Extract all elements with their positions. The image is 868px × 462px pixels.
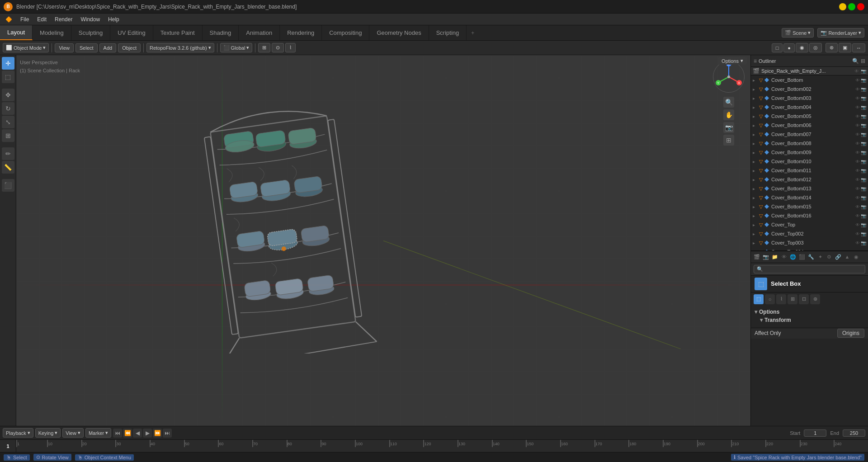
visibility-eye-icon[interactable]: 👁 bbox=[855, 222, 860, 227]
end-frame-input[interactable] bbox=[843, 429, 865, 437]
proportional-edit-button[interactable]: ⊙ bbox=[272, 43, 284, 52]
camera-button[interactable]: 📷 bbox=[723, 122, 734, 133]
minimize-button[interactable] bbox=[839, 3, 846, 10]
outliner-item[interactable]: ▸ ▽ Cover_Bottom013 👁 📷 bbox=[751, 184, 868, 193]
prop-physics-icon[interactable]: ⚙ bbox=[825, 253, 833, 261]
visibility-eye-icon[interactable]: 👁 bbox=[855, 159, 860, 164]
overlays-button[interactable]: ⊛ bbox=[826, 43, 838, 52]
visibility-camera-icon[interactable]: 📷 bbox=[861, 231, 866, 236]
outliner-item[interactable]: ▸ ▽ Cover_Bottom009 👁 📷 bbox=[751, 148, 868, 157]
tab-shading[interactable]: Shading bbox=[203, 25, 239, 40]
visibility-camera-icon[interactable]: 📷 bbox=[861, 168, 866, 173]
select-circle-btn[interactable]: ○ bbox=[765, 294, 775, 304]
prop-output-icon[interactable]: 📁 bbox=[771, 253, 779, 261]
select-all-btn[interactable]: ⊞ bbox=[788, 294, 797, 304]
visibility-camera-icon[interactable]: 📷 bbox=[861, 114, 866, 119]
object-mode-dropdown[interactable]: ⬜ Object Mode ▾ bbox=[3, 43, 49, 52]
visibility-camera-icon[interactable]: 📷 bbox=[861, 132, 866, 137]
ortho-button[interactable]: ⊞ bbox=[723, 135, 734, 146]
prop-world-icon[interactable]: 🌐 bbox=[789, 253, 797, 261]
maximize-button[interactable] bbox=[848, 3, 855, 10]
start-frame-input[interactable] bbox=[804, 429, 826, 437]
tab-animation[interactable]: Animation bbox=[239, 25, 280, 40]
visibility-camera-icon[interactable]: 📷 bbox=[861, 159, 866, 164]
prop-scene-icon[interactable]: 🎬 bbox=[753, 253, 761, 261]
scene-vis-cam[interactable]: 📷 bbox=[861, 69, 866, 74]
proportional-falloff-button[interactable]: ⌇ bbox=[285, 43, 296, 52]
visibility-camera-icon[interactable]: 📷 bbox=[861, 105, 866, 110]
menu-render[interactable]: Render bbox=[51, 15, 76, 24]
render-layer-selector[interactable]: 📷 RenderLayer ▾ bbox=[817, 28, 864, 38]
tab-texture-paint[interactable]: Texture Paint bbox=[153, 25, 203, 40]
outliner-item[interactable]: ▸ ▽ Cover_Bottom015 👁 📷 bbox=[751, 202, 868, 211]
menu-window[interactable]: Window bbox=[77, 15, 104, 24]
add-menu-button[interactable]: Add bbox=[99, 43, 117, 52]
jump-start-button[interactable]: ⏮ bbox=[113, 429, 122, 438]
visibility-eye-icon[interactable]: 👁 bbox=[855, 195, 860, 200]
menu-blender[interactable]: 🔶 bbox=[2, 15, 16, 24]
move-tool[interactable]: ✥ bbox=[2, 89, 14, 101]
visibility-eye-icon[interactable]: 👁 bbox=[855, 213, 860, 218]
tab-scripting[interactable]: Scripting bbox=[429, 25, 467, 40]
visibility-eye-icon[interactable]: 👁 bbox=[855, 141, 860, 146]
visibility-camera-icon[interactable]: 📷 bbox=[861, 87, 866, 92]
add-workspace-button[interactable]: + bbox=[467, 25, 479, 40]
visibility-eye-icon[interactable]: 👁 bbox=[855, 177, 860, 182]
outliner-item[interactable]: ▸ ▽ Cover_Bottom006 👁 📷 bbox=[751, 121, 868, 130]
wireframe-shading-button[interactable]: □ bbox=[772, 43, 783, 52]
gizmo-button[interactable]: ↔ bbox=[852, 43, 865, 52]
outliner-item[interactable]: ▸ ▽ Cover_Bottom005 👁 📷 bbox=[751, 112, 868, 121]
step-back-button[interactable]: ⏪ bbox=[123, 429, 132, 438]
visibility-camera-icon[interactable]: 📷 bbox=[861, 150, 866, 155]
outliner-item[interactable]: ▸ ▽ Cover_Bottom004 👁 📷 bbox=[751, 103, 868, 112]
view-menu-button[interactable]: View bbox=[55, 43, 74, 52]
outliner-filter-icon[interactable]: ⊞ bbox=[861, 58, 865, 64]
outliner-item[interactable]: ▸ ▽ Cover_Bottom012 👁 📷 bbox=[751, 175, 868, 184]
visibility-eye-icon[interactable]: 👁 bbox=[855, 231, 860, 236]
transform-tool[interactable]: ⊞ bbox=[2, 129, 14, 142]
select-box-btn[interactable]: ⬚ bbox=[754, 294, 764, 304]
menu-file[interactable]: File bbox=[17, 15, 33, 24]
visibility-camera-icon[interactable]: 📷 bbox=[861, 186, 866, 191]
transform-expand-icon[interactable]: ▾ bbox=[760, 317, 763, 323]
outliner-item[interactable]: ▸ ▽ Cover_Bottom010 👁 📷 bbox=[751, 157, 868, 166]
outliner-item[interactable]: ▸ ▽ Cover_Top 👁 📷 bbox=[751, 220, 868, 229]
scale-tool[interactable]: ⤡ bbox=[2, 116, 14, 128]
cursor-tool[interactable]: ✛ bbox=[2, 57, 14, 70]
rotate-tool[interactable]: ↻ bbox=[2, 102, 14, 115]
tab-compositing[interactable]: Compositing bbox=[322, 25, 369, 40]
visibility-camera-icon[interactable]: 📷 bbox=[861, 240, 866, 245]
close-button[interactable] bbox=[857, 3, 864, 10]
keying-dropdown[interactable]: Keying ▾ bbox=[35, 428, 61, 438]
options-expand-icon[interactable]: ▾ bbox=[755, 309, 757, 315]
visibility-camera-icon[interactable]: 📷 bbox=[861, 96, 866, 101]
menu-edit[interactable]: Edit bbox=[33, 15, 50, 24]
prop-view-icon[interactable]: 👁 bbox=[780, 253, 788, 261]
visibility-camera-icon[interactable]: 📷 bbox=[861, 222, 866, 227]
outliner-item[interactable]: ▸ ▽ Cover_Top003 👁 📷 bbox=[751, 238, 868, 247]
visibility-camera-icon[interactable]: 📷 bbox=[861, 141, 866, 146]
visibility-eye-icon[interactable]: 👁 bbox=[855, 204, 860, 209]
prop-modifier-icon[interactable]: 🔧 bbox=[807, 253, 815, 261]
tab-layout[interactable]: Layout bbox=[0, 25, 33, 40]
origins-button[interactable]: Origins bbox=[837, 329, 864, 338]
visibility-eye-icon[interactable]: 👁 bbox=[855, 186, 860, 191]
visibility-eye-icon[interactable]: 👁 bbox=[855, 105, 860, 110]
visibility-eye-icon[interactable]: 👁 bbox=[855, 114, 860, 119]
material-preview-button[interactable]: ◉ bbox=[796, 43, 808, 52]
rendered-shading-button[interactable]: ◎ bbox=[809, 43, 822, 52]
scene-vis-eye[interactable]: 👁 bbox=[854, 69, 859, 74]
zoom-button[interactable]: 🔍 bbox=[723, 97, 734, 108]
3d-viewport[interactable]: User Perspective (1) Scene Collection | … bbox=[16, 55, 750, 426]
solid-shading-button[interactable]: ● bbox=[783, 43, 795, 52]
select-lasso-btn[interactable]: ⌇ bbox=[776, 294, 786, 304]
visibility-eye-icon[interactable]: 👁 bbox=[855, 240, 860, 245]
view-dropdown[interactable]: View ▾ bbox=[62, 428, 84, 438]
properties-search-box[interactable]: 🔍 bbox=[754, 265, 865, 273]
visibility-eye-icon[interactable]: 👁 bbox=[855, 132, 860, 137]
tab-geometry-nodes[interactable]: Geometry Nodes bbox=[369, 25, 429, 40]
prop-object-icon[interactable]: ⬛ bbox=[798, 253, 806, 261]
annotate-tool[interactable]: ✏ bbox=[2, 147, 14, 160]
visibility-camera-icon[interactable]: 📷 bbox=[861, 195, 866, 200]
visibility-camera-icon[interactable]: 📷 bbox=[861, 123, 866, 128]
